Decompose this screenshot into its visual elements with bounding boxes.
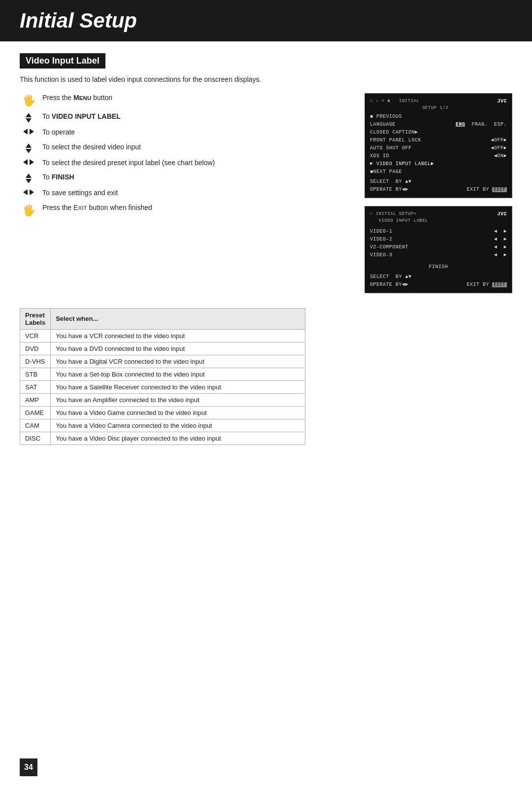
osd-screen-1: ☐ ♪ ☀ ♣ INITIAL SETUP 1/2 JVC ■ PREVIOUS… — [365, 93, 512, 198]
leftright-icon-3 — [20, 188, 37, 195]
instruction-operate: To operate — [20, 128, 350, 138]
hand-icon-2: 🖐 — [20, 203, 37, 217]
preset-table: PresetLabels Select when... VCRYou have … — [20, 308, 305, 445]
osd2-breadcrumb: ☐ INITIAL SETUP> VIDEO INPUT LABEL — [370, 210, 428, 225]
osd2-row-video3: VIDEO-3◄ ► — [370, 251, 507, 259]
instruction-text-8: Press the EXIT button when finished — [42, 203, 152, 213]
preset-label: CAM — [20, 419, 51, 432]
instruction-text-3: To operate — [42, 128, 75, 138]
osd1-footer: OPERATE BY◄► EXIT BY EXIT — [370, 186, 507, 194]
table-row: VCRYou have a VCR connected to the video… — [20, 329, 305, 342]
instruction-text-5: To select the desired preset input label… — [42, 158, 215, 168]
page-number: 34 — [20, 758, 37, 776]
osd1-row-previous: ■ PREVIOUS — [370, 113, 507, 121]
leftright-icon-1 — [20, 128, 37, 135]
col-header-select: Select when... — [51, 308, 305, 329]
table-row: CAMYou have a Video Camera connected to … — [20, 419, 305, 432]
preset-label: DISC — [20, 432, 51, 445]
instruction-press-menu: 🖐 Press the MENU button — [20, 93, 350, 107]
instruction-text-6: To FINISH — [42, 172, 74, 182]
instruction-save: To save settings and exit — [20, 188, 350, 198]
updown-icon-3 — [20, 172, 37, 183]
table-row: DVDYou have a DVD connected to the video… — [20, 342, 305, 355]
osd1-row-closed-caption: CLOSED CAPTION► — [370, 129, 507, 137]
updown-icon-2 — [20, 142, 37, 153]
preset-label: SAT — [20, 380, 51, 393]
hand-icon-1: 🖐 — [20, 93, 37, 107]
preset-desc: You have a VCR connected to the video in… — [51, 329, 305, 342]
table-row: GAMEYou have a Video Game connected to t… — [20, 406, 305, 419]
page-title: Initial Setup — [20, 9, 137, 32]
osd1-row-auto-shut: AUTO SHUT OFF◄OFF► — [370, 144, 507, 152]
osd1-row-xds: XDS ID◄ON► — [370, 152, 507, 160]
page-header: Initial Setup — [0, 0, 532, 41]
intro-text: This function is used to label video inp… — [20, 75, 512, 83]
osd2-row-v2component: V2-COMPONENT◄ ► — [370, 243, 507, 251]
main-content: 🖐 Press the MENU button To VIDEO INPUT L… — [20, 93, 512, 293]
osd-screen-2: ☐ INITIAL SETUP> VIDEO INPUT LABEL JVC V… — [365, 206, 512, 293]
table-row: SATYou have a Satellite Receiver connect… — [20, 380, 305, 393]
osd1-icons: ☐ ♪ ☀ ♣ INITIAL SETUP 1/2 — [370, 98, 448, 112]
instruction-finish: To FINISH — [20, 172, 350, 183]
preset-desc: You have a Video Camera connected to the… — [51, 419, 305, 432]
preset-label: STB — [20, 368, 51, 380]
preset-desc: You have a Digital VCR connected to the … — [51, 355, 305, 368]
table-row: DISCYou have a Video Disc player connect… — [20, 432, 305, 445]
instruction-text-1: Press the MENU button — [42, 93, 112, 103]
instruction-select-preset: To select the desired preset input label… — [20, 158, 350, 168]
osd2-brand: JVC — [497, 210, 507, 225]
table-row: AMPYou have an Amplifier connected to th… — [20, 393, 305, 406]
instruction-text-7: To save settings and exit — [42, 188, 118, 198]
instruction-text-4: To select the desired video input — [42, 142, 141, 152]
osd2-row-video1: VIDEO-1◄ ► — [370, 228, 507, 236]
osd2-rows: VIDEO-1◄ ► VIDEO-2◄ ► V2-COMPONENT◄ ► VI… — [370, 228, 507, 259]
screenshots-column: ☐ ♪ ☀ ♣ INITIAL SETUP 1/2 JVC ■ PREVIOUS… — [365, 93, 512, 293]
updown-icon-1 — [20, 112, 37, 123]
instruction-select-video-input: To select the desired video input — [20, 142, 350, 153]
table-row: D-VHSYou have a Digital VCR connected to… — [20, 355, 305, 368]
preset-desc: You have an Amplifier connected to the v… — [51, 393, 305, 406]
leftright-icon-2 — [20, 158, 37, 165]
section-heading: Video Input Label — [20, 53, 105, 69]
osd1-row-language: LANGUAGE ENG FRAN. ESP. — [370, 121, 507, 129]
instruction-video-input-label: To VIDEO INPUT LABEL — [20, 112, 350, 123]
osd2-row-video2: VIDEO-2◄ ► — [370, 236, 507, 243]
instruction-press-exit: 🖐 Press the EXIT button when finished — [20, 203, 350, 217]
preset-label: AMP — [20, 393, 51, 406]
preset-label: VCR — [20, 329, 51, 342]
preset-desc: You have a Video Disc player connected t… — [51, 432, 305, 445]
preset-desc: You have a Satellite Receiver connected … — [51, 380, 305, 393]
preset-label: DVD — [20, 342, 51, 355]
table-area: PresetLabels Select when... VCRYou have … — [20, 308, 512, 445]
table-row: STBYou have a Set-top Box connected to t… — [20, 368, 305, 380]
preset-label: GAME — [20, 406, 51, 419]
osd2-select: SELECT BY ▲▼ — [370, 273, 507, 281]
osd1-row-next-page: ■NEXT PAGE — [370, 168, 507, 176]
preset-desc: You have a Video Game connected to the v… — [51, 406, 305, 419]
osd1-row-front-panel: FRONT PANEL LOCK◄OFF► — [370, 137, 507, 144]
preset-label: D-VHS — [20, 355, 51, 368]
instructions-column: 🖐 Press the MENU button To VIDEO INPUT L… — [20, 93, 350, 293]
col-header-preset: PresetLabels — [20, 308, 51, 329]
instruction-text-2: To VIDEO INPUT LABEL — [42, 112, 121, 122]
preset-desc: You have a DVD connected to the video in… — [51, 342, 305, 355]
osd2-finish: FINISH — [370, 263, 507, 271]
osd2-footer: OPERATE BY◄► EXIT BY EXIT — [370, 281, 507, 289]
preset-desc: You have a Set-top Box connected to the … — [51, 368, 305, 380]
osd1-row-select: SELECT BY ▲▼ — [370, 178, 507, 186]
osd1-brand: JVC — [497, 98, 507, 112]
osd1-row-video-input: ☛ VIDEO INPUT LABEL► — [370, 160, 507, 168]
